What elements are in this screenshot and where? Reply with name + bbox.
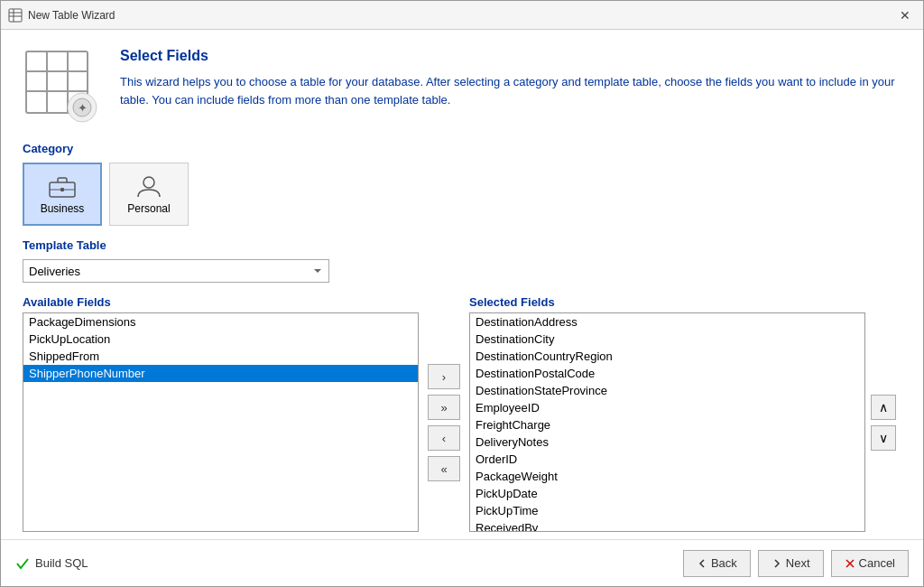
next-label: Next — [786, 556, 810, 570]
header-section: ✦ Select Fields This wizard helps you to… — [23, 48, 901, 127]
list-item[interactable]: PackageDimensions — [23, 313, 418, 331]
cancel-label: Cancel — [859, 556, 895, 570]
category-business-button[interactable]: Business — [23, 163, 102, 226]
svg-text:✦: ✦ — [78, 101, 88, 115]
list-item[interactable]: DestinationStateProvince — [470, 382, 864, 399]
template-section: Template Table Deliveries Orders Custome… — [23, 238, 901, 283]
list-item[interactable]: DestinationCity — [470, 331, 864, 348]
cancel-x-icon — [845, 558, 855, 569]
selected-fields-listbox[interactable]: DestinationAddress DestinationCity Desti… — [469, 312, 865, 532]
transfer-arrows: › » ‹ « — [419, 295, 469, 532]
list-item[interactable]: DestinationCountryRegion — [470, 348, 864, 365]
close-button[interactable]: ✕ — [894, 5, 916, 26]
wizard-icon: ✦ — [23, 48, 102, 127]
available-fields-listbox[interactable]: PackageDimensions PickUpLocation Shipped… — [23, 312, 419, 532]
footer-left: Build SQL — [15, 556, 88, 571]
template-label: Template Table — [23, 238, 901, 252]
move-up-button[interactable]: ∧ — [871, 395, 896, 420]
svg-rect-0 — [9, 9, 22, 22]
list-item[interactable]: PickUpTime — [470, 502, 864, 519]
wizard-content: ✦ Select Fields This wizard helps you to… — [1, 30, 923, 532]
cancel-button[interactable]: Cancel — [831, 550, 909, 577]
list-item[interactable]: PickUpLocation — [23, 331, 418, 348]
title-bar-left: New Table Wizard — [8, 8, 115, 23]
build-sql-button[interactable]: Build SQL — [15, 556, 88, 571]
back-label: Back — [711, 556, 737, 570]
back-arrow-icon — [697, 558, 707, 569]
back-button[interactable]: Back — [683, 550, 751, 577]
template-table-select[interactable]: Deliveries Orders Customers Products Emp… — [23, 259, 329, 283]
category-section: Category Business Person — [23, 142, 901, 226]
move-all-right-button[interactable]: » — [428, 395, 460, 420]
header-text: Select Fields This wizard helps you to c… — [120, 48, 901, 108]
svg-point-15 — [143, 177, 154, 188]
list-item[interactable]: DestinationAddress — [470, 313, 864, 331]
move-all-left-button[interactable]: « — [428, 456, 460, 481]
wizard-window: New Table Wizard ✕ ✦ Select Fields Thi — [0, 0, 924, 587]
category-personal-button[interactable]: Personal — [109, 163, 189, 226]
selected-fields-label: Selected Fields — [469, 295, 865, 309]
svg-rect-14 — [60, 188, 64, 191]
list-item[interactable]: ShipperPhoneNumber — [23, 365, 418, 382]
build-sql-label: Build SQL — [35, 556, 88, 570]
available-fields-container: Available Fields PackageDimensions PickU… — [23, 295, 419, 532]
list-item[interactable]: ShippedFrom — [23, 348, 418, 365]
move-one-right-button[interactable]: › — [428, 364, 460, 389]
fields-section: Available Fields PackageDimensions PickU… — [23, 295, 901, 532]
wizard-footer: Build SQL Back Next Cancel — [1, 539, 923, 586]
list-item[interactable]: DestinationPostalCode — [470, 365, 864, 382]
move-one-left-button[interactable]: ‹ — [428, 425, 460, 451]
briefcase-icon — [48, 173, 77, 199]
move-down-button[interactable]: ∨ — [871, 425, 896, 451]
list-item[interactable]: FreightCharge — [470, 416, 864, 433]
category-buttons: Business Personal — [23, 163, 901, 226]
list-item[interactable]: EmployeeID — [470, 399, 864, 416]
next-arrow-icon — [772, 558, 782, 569]
window-icon — [8, 8, 23, 23]
footer-right: Back Next Cancel — [683, 550, 909, 577]
personal-label: Personal — [127, 202, 170, 215]
business-label: Business — [41, 202, 85, 215]
available-fields-label: Available Fields — [23, 295, 419, 309]
checkmark-icon — [15, 556, 30, 571]
header-title: Select Fields — [120, 48, 901, 64]
list-item[interactable]: OrderID — [470, 451, 864, 468]
selected-fields-container: Selected Fields DestinationAddress Desti… — [469, 295, 865, 532]
list-item[interactable]: DeliveryNotes — [470, 433, 864, 451]
window-title: New Table Wizard — [28, 9, 115, 22]
category-label: Category — [23, 142, 901, 155]
header-description: This wizard helps you to choose a table … — [120, 73, 901, 108]
list-item[interactable]: PackageWeight — [470, 468, 864, 485]
title-bar: New Table Wizard ✕ — [1, 1, 923, 30]
list-item[interactable]: ReceivedBy — [470, 519, 864, 532]
person-icon — [134, 173, 163, 199]
reorder-arrows: ∧ ∨ — [865, 295, 901, 532]
next-button[interactable]: Next — [758, 550, 824, 577]
list-item[interactable]: PickUpDate — [470, 485, 864, 502]
